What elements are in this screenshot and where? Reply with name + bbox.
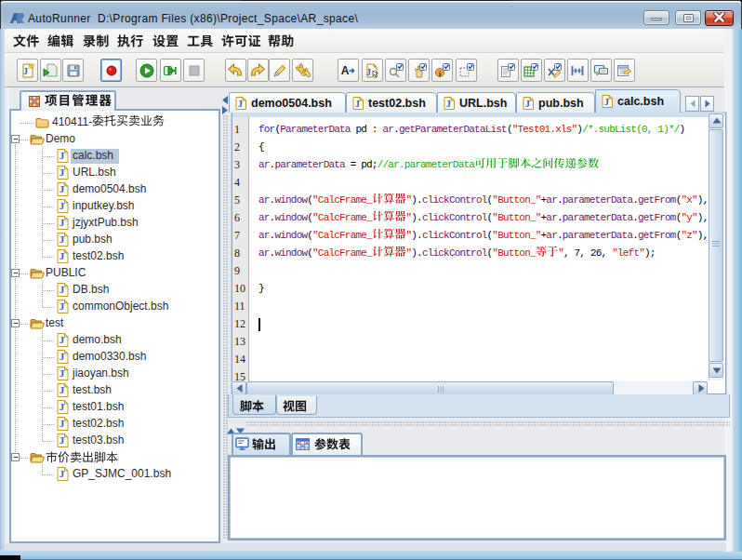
svg-text:J: J (60, 233, 65, 245)
svg-text:J: J (60, 200, 65, 211)
svg-text:A: A (341, 64, 350, 77)
svg-text:J: J (60, 250, 65, 261)
svg-text:J: J (60, 468, 65, 479)
svg-text:J: J (366, 66, 371, 76)
svg-text:J: J (60, 217, 65, 228)
svg-text:J: J (60, 284, 65, 295)
svg-text:J: J (446, 98, 451, 108)
svg-text:J: J (604, 97, 609, 107)
svg-text:J: J (60, 300, 65, 312)
svg-text:J: J (238, 98, 243, 108)
svg-text:J: J (355, 98, 360, 108)
svg-text:J: J (60, 150, 65, 161)
svg-text:J: J (60, 418, 65, 429)
svg-text:J: J (60, 434, 65, 446)
svg-text:J: J (60, 334, 65, 345)
svg-text:J: J (60, 367, 65, 379)
svg-text:J: J (60, 183, 65, 194)
svg-text:J: J (525, 98, 530, 108)
svg-text:J: J (60, 167, 65, 178)
svg-text:J: J (60, 401, 65, 412)
svg-text:J: J (60, 384, 65, 395)
svg-text:J: J (60, 351, 65, 362)
svg-text:J: J (23, 65, 28, 75)
